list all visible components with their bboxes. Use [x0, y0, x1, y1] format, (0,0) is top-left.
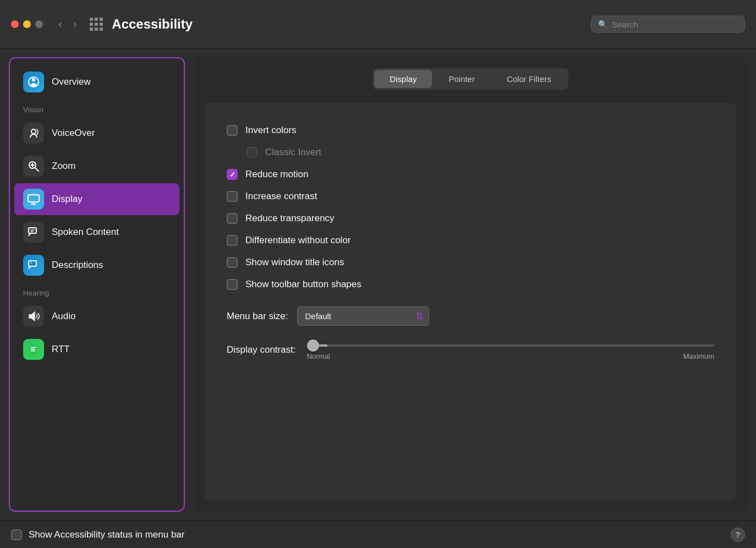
sidebar-label-spoken-content: Spoken Content: [52, 227, 119, 238]
minimize-button[interactable]: [23, 20, 31, 28]
menu-bar-size-select[interactable]: Default Large: [297, 306, 429, 326]
display-icon: [23, 189, 44, 210]
titlebar: ‹ › Accessibility 🔍: [0, 0, 756, 48]
grid-dot: [100, 28, 103, 31]
sidebar: Overview Vision VoiceOver: [9, 57, 185, 512]
back-button[interactable]: ‹: [54, 15, 67, 32]
display-contrast-slider[interactable]: [307, 344, 714, 347]
bottom-bar: Show Accessibility status in menu bar ?: [0, 520, 756, 548]
display-contrast-row: Display contrast: Normal Maximum: [227, 339, 714, 360]
sidebar-label-voiceover: VoiceOver: [52, 128, 95, 139]
sidebar-label-descriptions: Descriptions: [52, 260, 103, 271]
sidebar-label-rtt: RTT: [52, 344, 70, 355]
bottom-status-row: Show Accessibility status in menu bar: [11, 529, 184, 540]
classic-invert-checkbox[interactable]: [246, 147, 258, 158]
svg-line-4: [35, 168, 39, 171]
help-button[interactable]: ?: [731, 528, 745, 542]
sidebar-label-overview: Overview: [52, 76, 91, 87]
sidebar-item-descriptions[interactable]: " Descriptions: [14, 249, 179, 281]
grid-dot: [90, 18, 93, 21]
classic-invert-row: Classic Invert: [227, 141, 714, 163]
tabs: Display Pointer Color Filters: [372, 68, 568, 90]
grid-dot: [95, 23, 98, 26]
grid-dot: [100, 18, 103, 21]
svg-point-2: [31, 129, 36, 134]
slider-label-normal: Normal: [307, 352, 330, 360]
show-toolbar-button-shapes-checkbox[interactable]: [227, 279, 238, 290]
svg-rect-19: [31, 349, 35, 350]
svg-rect-20: [31, 350, 35, 352]
tab-color-filters[interactable]: Color Filters: [491, 70, 567, 88]
rtt-icon: [23, 339, 44, 360]
show-window-title-icons-row: Show window title icons: [227, 251, 714, 273]
svg-rect-10: [29, 228, 36, 233]
menu-bar-size-row: Menu bar size: Default Large ⇅: [227, 306, 714, 326]
menu-bar-size-label: Menu bar size:: [227, 311, 288, 322]
show-window-title-icons-checkbox[interactable]: [227, 257, 238, 268]
svg-rect-18: [31, 347, 36, 348]
menu-bar-size-select-wrapper: Default Large ⇅: [297, 306, 429, 326]
reduce-transparency-row: Reduce transparency: [227, 207, 714, 229]
sidebar-item-zoom[interactable]: Zoom: [14, 150, 179, 182]
sidebar-item-rtt[interactable]: RTT: [14, 333, 179, 365]
display-contrast-label: Display contrast:: [227, 344, 296, 355]
slider-labels: Normal Maximum: [307, 352, 714, 360]
sidebar-item-display[interactable]: Display: [14, 183, 179, 215]
grid-dot: [95, 28, 98, 31]
overview-icon: [23, 72, 44, 92]
sidebar-item-spoken-content[interactable]: Spoken Content: [14, 216, 179, 248]
sidebar-item-overview[interactable]: Overview: [14, 66, 179, 98]
app-grid-icon[interactable]: [90, 18, 103, 31]
accessibility-status-checkbox[interactable]: [11, 529, 22, 540]
reduce-transparency-checkbox[interactable]: [227, 213, 238, 224]
slider-label-maximum: Maximum: [683, 352, 714, 360]
sidebar-item-voiceover[interactable]: VoiceOver: [14, 117, 179, 149]
increase-contrast-row: Increase contrast: [227, 185, 714, 207]
forward-button[interactable]: ›: [69, 15, 81, 32]
differentiate-without-color-row: Differentiate without color: [227, 229, 714, 251]
voiceover-icon: [23, 123, 44, 144]
increase-contrast-checkbox[interactable]: [227, 191, 238, 202]
reduce-transparency-label: Reduce transparency: [245, 213, 335, 224]
search-input[interactable]: [612, 19, 738, 29]
traffic-lights: [11, 20, 43, 28]
invert-colors-row: Invert colors: [227, 119, 714, 141]
accessibility-status-label: Show Accessibility status in menu bar: [29, 529, 184, 540]
fullscreen-button[interactable]: [35, 20, 43, 28]
show-toolbar-button-shapes-row: Show toolbar button shapes: [227, 273, 714, 295]
sidebar-label-zoom: Zoom: [52, 161, 75, 172]
content-area: Display Pointer Color Filters Invert col…: [194, 57, 747, 512]
tab-pointer[interactable]: Pointer: [433, 70, 490, 88]
sidebar-section-vision: Vision: [10, 99, 184, 116]
sidebar-label-audio: Audio: [52, 311, 75, 322]
increase-contrast-label: Increase contrast: [245, 191, 317, 202]
grid-dot: [90, 28, 93, 31]
spoken-content-icon: [23, 222, 44, 243]
invert-colors-label: Invert colors: [245, 125, 297, 136]
reduce-motion-row: Reduce motion: [227, 163, 714, 185]
grid-dot: [100, 23, 103, 26]
search-bar[interactable]: 🔍: [591, 15, 745, 32]
tab-display[interactable]: Display: [374, 70, 432, 88]
zoom-icon: [23, 156, 44, 177]
nav-buttons: ‹ ›: [54, 15, 81, 32]
descriptions-icon: ": [23, 255, 44, 276]
invert-colors-checkbox[interactable]: [227, 125, 238, 136]
search-icon: 🔍: [598, 20, 607, 29]
slider-wrapper: [307, 339, 714, 349]
svg-rect-7: [28, 195, 39, 202]
sidebar-item-audio[interactable]: Audio: [14, 300, 179, 332]
settings-panel: Invert colors Classic Invert Reduce moti…: [205, 103, 736, 501]
show-toolbar-button-shapes-label: Show toolbar button shapes: [245, 279, 361, 290]
differentiate-without-color-checkbox[interactable]: [227, 235, 238, 246]
slider-container: Normal Maximum: [307, 339, 714, 360]
reduce-motion-checkbox[interactable]: [227, 169, 238, 180]
reduce-motion-label: Reduce motion: [245, 169, 308, 180]
close-button[interactable]: [11, 20, 19, 28]
window-title: Accessibility: [112, 17, 193, 32]
svg-text:": ": [30, 261, 32, 266]
svg-point-1: [32, 78, 35, 81]
main-container: Overview Vision VoiceOver: [0, 48, 756, 520]
show-window-title-icons-label: Show window title icons: [245, 257, 344, 268]
svg-marker-16: [29, 312, 35, 321]
